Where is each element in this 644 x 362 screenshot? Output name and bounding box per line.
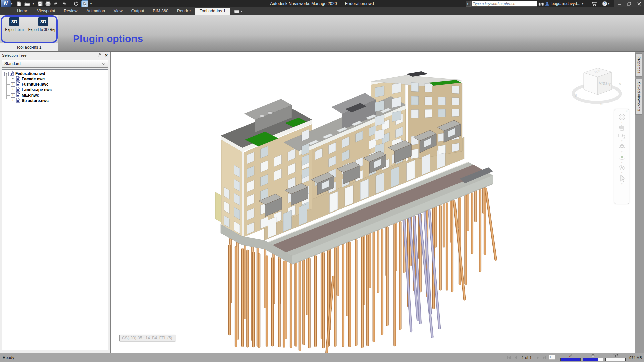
navbar-more-icon[interactable]: ▾ (621, 183, 623, 185)
select-cursor-icon[interactable] (618, 174, 626, 183)
expand-icon[interactable]: + (11, 99, 15, 103)
ribbon-toggle-caret-icon: ▾ (241, 10, 242, 13)
tree-item-label[interactable]: Facade.nwc (22, 77, 45, 81)
open-dropdown-icon[interactable]: ▾ (33, 2, 34, 5)
viewcube[interactable]: S E N TOP RIGHT (568, 61, 625, 111)
qat-dropdown-icon[interactable]: ▾ (90, 2, 92, 5)
expand-icon[interactable]: + (11, 82, 15, 87)
tab-output[interactable]: Output (127, 8, 149, 15)
pan-icon[interactable] (618, 123, 626, 132)
compass-east[interactable]: E (600, 102, 603, 106)
selection-tree-mode-dropdown[interactable]: Standard (2, 60, 108, 68)
expand-icon[interactable]: + (11, 77, 15, 81)
sheet-browser-button[interactable] (549, 355, 555, 361)
tool-addins-panel: 3D Export .bim 3D Export to 3D Repo Tool… (0, 15, 58, 51)
signed-in-user[interactable]: bogdan.davyd... (552, 1, 580, 6)
select-tool-icon[interactable] (81, 0, 88, 7)
steering-wheel-icon[interactable] (618, 113, 626, 121)
search-icon[interactable] (538, 1, 544, 7)
compass-south[interactable]: S (574, 93, 577, 97)
tab-tool-add-ins[interactable]: Tool add-ins 1 (195, 8, 230, 15)
tab-review[interactable]: Review (59, 8, 82, 15)
selection-tree-title: Selection Tree (2, 53, 27, 57)
export-3d-repo-button[interactable]: 3D Export to 3D Repo (30, 17, 57, 43)
user-icon[interactable] (544, 1, 550, 7)
dropdown-value: Standard (4, 61, 21, 66)
orbit-icon[interactable] (618, 142, 626, 151)
3d-repo-icon: 3D (38, 17, 48, 26)
export-bim-label: Export .bim (5, 27, 24, 32)
undo-icon[interactable] (53, 1, 59, 7)
minimize-button[interactable] (614, 0, 624, 7)
panel-label: Tool add-ins 1 (0, 43, 58, 51)
restore-button[interactable] (624, 0, 634, 7)
navisworks-logo[interactable]: N (1, 0, 11, 7)
tab-viewpoint[interactable]: Viewpoint (33, 8, 59, 15)
tree-item-label[interactable]: MEP.nwc (22, 93, 39, 98)
web-progress-meter (605, 354, 626, 361)
first-sheet-button[interactable] (507, 356, 512, 360)
cart-icon[interactable] (591, 1, 597, 7)
tab-animation[interactable]: Animation (82, 8, 109, 15)
help-dropdown-icon[interactable]: ▾ (608, 2, 609, 5)
previous-sheet-button[interactable] (514, 356, 517, 360)
document-title: Federation.nwd (345, 1, 374, 6)
tab-properties[interactable]: Properties (635, 53, 642, 77)
help-icon[interactable]: ? (602, 1, 608, 7)
quick-access-toolbar: ▾ ▾ (16, 0, 93, 7)
next-sheet-button[interactable] (536, 356, 539, 360)
expand-icon[interactable]: + (11, 93, 15, 98)
selection-tree[interactable]: − Federation.nwd + Facade.nwc + Furnitur… (2, 69, 108, 350)
ribbon-display-toggle[interactable]: ▾ (234, 10, 243, 15)
title-bar: N ▾ ▾ ▾ Autodesk Navisworks Manage 2020F… (0, 0, 644, 7)
look-around-icon[interactable] (618, 153, 626, 162)
navigation-bar[interactable]: ✕ ▾ ▾ ▾ ▾ ▾ ▾ (614, 109, 629, 204)
last-sheet-button[interactable] (542, 356, 546, 360)
memory-usage: 974 MB (629, 356, 642, 360)
search-expand-button[interactable]: ▸ (466, 1, 471, 7)
close-button[interactable] (634, 0, 644, 7)
tree-item-label[interactable]: Furniture.nwc (22, 82, 48, 87)
save-icon[interactable] (37, 1, 43, 7)
tab-saved-viewpoints[interactable]: Saved Viewpoints (635, 79, 642, 115)
user-dropdown-icon[interactable]: ▾ (582, 2, 583, 5)
3d-viewport[interactable]: S E N TOP RIGHT ✕ ▾ ▾ ▾ ▾ ▾ ▾ CS(-20)- (110, 52, 635, 353)
search-input[interactable] (471, 1, 537, 7)
zoom-icon[interactable] (618, 132, 626, 140)
tree-item-label[interactable]: Landscape.nwc (22, 87, 52, 92)
walk-icon[interactable] (618, 164, 626, 172)
app-menu-caret-icon[interactable]: ▾ (11, 2, 12, 5)
navbar-close-icon[interactable]: ✕ (625, 110, 628, 113)
pin-icon[interactable] (97, 53, 101, 58)
tree-item-label[interactable]: Structure.nwc (22, 98, 49, 103)
sheet-counter: 1 of 1 (522, 355, 532, 360)
status-bar: Ready 1 of 1 974 MB (0, 353, 644, 362)
export-bim-button[interactable]: 3D Export .bim (1, 17, 28, 43)
expand-icon[interactable]: + (11, 88, 15, 92)
ribbon-body: 3D Export .bim 3D Export to 3D Repo Tool… (0, 15, 644, 51)
tree-root-label[interactable]: Federation.nwd (15, 71, 45, 76)
model-file-icon (10, 71, 14, 77)
compass-north[interactable]: N (619, 82, 621, 86)
building-model (111, 52, 635, 353)
tree-item-structure[interactable]: + Structure.nwc (11, 98, 108, 103)
svg-text:?: ? (604, 2, 606, 6)
disk-progress-meter (583, 354, 603, 361)
tree-item-furniture[interactable]: + Furniture.nwc (11, 82, 108, 87)
open-file-icon[interactable] (24, 1, 30, 7)
tree-item-mep[interactable]: + MEP.nwc (11, 93, 108, 98)
print-icon[interactable] (45, 1, 51, 7)
export-3d-repo-label: Export to 3D Repo (28, 27, 59, 32)
tab-bim360[interactable]: BIM 360 (148, 8, 173, 15)
status-text: Ready (3, 355, 14, 360)
tree-item-facade[interactable]: + Facade.nwc (11, 76, 108, 82)
tree-item-landscape[interactable]: + Landscape.nwc (11, 87, 108, 93)
tab-view[interactable]: View (109, 8, 127, 15)
refresh-icon[interactable] (73, 1, 79, 7)
tab-home[interactable]: Home (13, 8, 33, 15)
close-icon[interactable]: ✕ (105, 53, 108, 58)
tab-render[interactable]: Render (173, 8, 195, 15)
new-file-icon[interactable] (16, 1, 22, 7)
redo-icon[interactable] (61, 1, 67, 7)
tree-root-row[interactable]: − Federation.nwd (4, 71, 108, 76)
